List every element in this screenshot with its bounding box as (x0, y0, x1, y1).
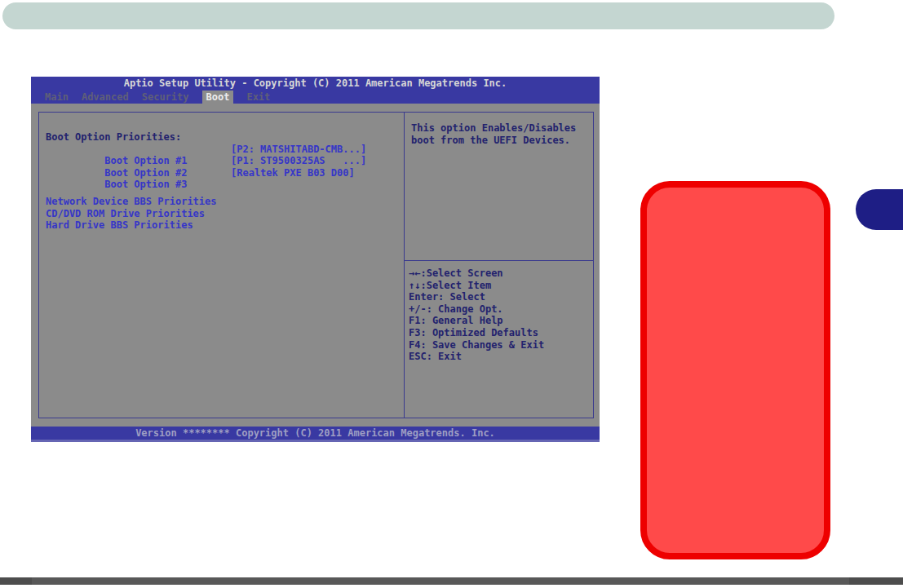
key-esc-exit: ESC: Exit (409, 351, 591, 363)
boot-option-3-value[interactable]: [Realtek PXE B03 D00] (231, 167, 355, 179)
key-select-item: ↑↓:Select Item (409, 280, 591, 292)
boot-option-2-value[interactable]: [P1: ST9500325AS ...] (231, 155, 366, 167)
item-help-description: This option Enables/Disables boot from t… (411, 122, 588, 146)
boot-option-1-value[interactable]: [P2: MATSHITABD-CMB...] (231, 144, 366, 156)
help-description-line-2: boot from the UEFI Devices. (411, 135, 588, 147)
key-f4-save-changes-exit: F4: Save Changes & Exit (409, 339, 591, 351)
help-pane: This option Enables/Disables boot from t… (405, 113, 593, 418)
tab-boot[interactable]: Boot (202, 91, 234, 104)
bios-version-bar: Version ******** Copyright (C) 2011 Amer… (31, 427, 600, 440)
key-f3-optimized-defaults: F3: Optimized Defaults (409, 327, 591, 339)
key-change-opt: +/-: Change Opt. (409, 303, 591, 316)
tab-security[interactable]: Security (142, 91, 189, 104)
hard-drive-bbs-priorities[interactable]: Hard Drive BBS Priorities (46, 219, 404, 232)
boot-option-1[interactable]: Boot Option #1 [P2: MATSHITABD-CMB...] (46, 144, 404, 156)
bios-content-frame: Boot Option Priorities: Boot Option #1 [… (38, 112, 594, 418)
tab-main[interactable]: Main (45, 91, 69, 104)
boot-option-3-label: Boot Option #3 (104, 179, 187, 190)
bios-footer-edge (31, 440, 600, 442)
boot-priorities-header: Boot Option Priorities: (46, 131, 404, 144)
key-f1-general-help: F1: General Help (409, 315, 591, 327)
bios-menu-bar: Main Advanced Security Boot Exit (31, 91, 600, 104)
help-pane-divider (405, 260, 593, 261)
manual-page: Aptio Setup Utility - Copyright (C) 2011… (0, 0, 903, 588)
key-legend: →←:Select Screen ↑↓:Select Item Enter: S… (409, 267, 591, 363)
bios-setup-screenshot: Aptio Setup Utility - Copyright (C) 2011… (31, 77, 600, 442)
page-bottom-rule (0, 577, 903, 585)
key-select-screen: →←:Select Screen (409, 267, 591, 280)
boot-option-3[interactable]: Boot Option #3 [Realtek PXE B03 D00] (46, 167, 404, 179)
page-top-header-bar (2, 2, 834, 29)
annotation-highlight-box (640, 181, 830, 559)
bios-title: Aptio Setup Utility - Copyright (C) 2011… (31, 77, 600, 91)
cd-dvd-rom-drive-priorities[interactable]: CD/DVD ROM Drive Priorities (46, 208, 404, 220)
tab-exit[interactable]: Exit (246, 91, 270, 104)
boot-option-2[interactable]: Boot Option #2 [P1: ST9500325AS ...] (46, 155, 404, 167)
key-enter-select: Enter: Select (409, 291, 591, 303)
boot-options-pane: Boot Option Priorities: Boot Option #1 [… (39, 113, 405, 418)
help-description-line-1: This option Enables/Disables (411, 122, 588, 135)
chapter-side-tab (856, 189, 903, 230)
tab-advanced[interactable]: Advanced (82, 91, 129, 104)
